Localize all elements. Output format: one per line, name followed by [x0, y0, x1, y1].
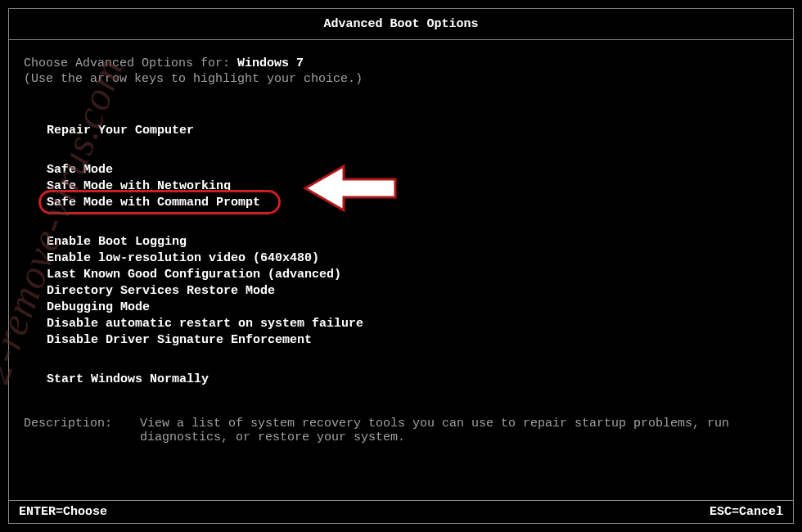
page-title: Advanced Boot Options — [9, 9, 793, 40]
menu-debugging-mode[interactable]: Debugging Mode — [47, 300, 778, 316]
intro-block: Choose Advanced Options for: Windows 7 (… — [24, 56, 778, 86]
footer-bar: ENTER=Choose ESC=Cancel — [9, 500, 793, 523]
menu-start-normally[interactable]: Start Windows Normally — [47, 372, 778, 388]
intro-prefix: Choose Advanced Options for: — [24, 56, 237, 70]
menu-repair-computer[interactable]: Repair Your Computer — [47, 123, 778, 139]
menu-safe-mode[interactable]: Safe Mode — [47, 162, 778, 178]
menu-group-advanced: Enable Boot Logging Enable low-resolutio… — [47, 234, 778, 349]
menu-safe-mode-command-prompt[interactable]: Safe Mode with Command Prompt — [47, 195, 260, 211]
description-block: Description: View a list of system recov… — [24, 417, 778, 444]
menu-group-safe: Safe Mode Safe Mode with Networking Safe… — [47, 162, 778, 211]
intro-hint: (Use the arrow keys to highlight your ch… — [24, 72, 778, 86]
intro-line1: Choose Advanced Options for: Windows 7 — [24, 56, 778, 70]
os-name: Windows 7 — [237, 56, 304, 70]
boot-options-window: Advanced Boot Options Choose Advanced Op… — [8, 8, 794, 524]
menu-low-resolution[interactable]: Enable low-resolution video (640x480) — [47, 250, 778, 267]
menu-safe-mode-networking[interactable]: Safe Mode with Networking — [47, 178, 778, 195]
footer-esc: ESC=Cancel — [710, 505, 783, 519]
highlighted-wrapper: Safe Mode with Command Prompt — [47, 195, 260, 211]
description-label: Description: — [24, 417, 140, 444]
menu-last-known-good[interactable]: Last Known Good Configuration (advanced) — [47, 267, 778, 283]
menu-group-repair: Repair Your Computer — [47, 123, 778, 139]
menu-disable-auto-restart[interactable]: Disable automatic restart on system fail… — [47, 316, 778, 332]
description-text: View a list of system recovery tools you… — [140, 417, 778, 444]
footer-enter: ENTER=Choose — [19, 505, 107, 519]
menu-group-normal: Start Windows Normally — [47, 372, 778, 388]
menu-enable-boot-logging[interactable]: Enable Boot Logging — [47, 234, 778, 250]
content-area: Choose Advanced Options for: Windows 7 (… — [9, 40, 793, 444]
menu-disable-driver-signature[interactable]: Disable Driver Signature Enforcement — [47, 332, 778, 349]
menu-directory-services-restore[interactable]: Directory Services Restore Mode — [47, 283, 778, 300]
